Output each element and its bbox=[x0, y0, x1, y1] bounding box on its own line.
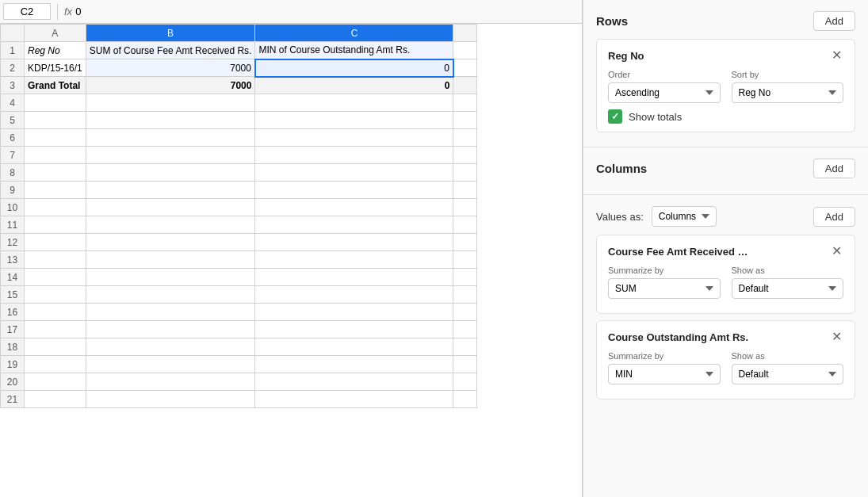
table-row: 21 bbox=[1, 391, 477, 408]
cell-extra-2 bbox=[453, 59, 477, 77]
cell-c1[interactable]: MIN of Course Outstanding Amt Rs. bbox=[255, 42, 453, 59]
table-row: 18 bbox=[1, 338, 477, 356]
rows-section-title: Rows bbox=[596, 14, 628, 28]
columns-section-header: Columns Add bbox=[596, 159, 855, 178]
grid-container[interactable]: A B C 1 Reg No SUM of Course Fee Amt Rec… bbox=[0, 24, 582, 497]
course-outstanding-show-as-select[interactable]: Default % of Grand Total bbox=[732, 364, 844, 384]
table-row: 14 bbox=[1, 269, 477, 286]
table-row: 13 bbox=[1, 251, 477, 269]
col-header-extra bbox=[453, 25, 477, 42]
rows-section: Rows Add Reg No ✕ Order Ascending Descen… bbox=[583, 0, 868, 147]
show-totals-checkbox[interactable] bbox=[608, 109, 622, 124]
formula-bar: C2 fx 0 bbox=[0, 0, 582, 24]
reg-no-card-title: Reg No bbox=[608, 50, 644, 62]
grand-total-row: 3 Grand Total 7000 0 bbox=[1, 77, 477, 94]
cell-ref-input[interactable]: C2 bbox=[3, 3, 51, 20]
course-fee-summarize-field: Summarize by SUM COUNT MIN MAX AVERAGE bbox=[608, 266, 721, 299]
course-fee-summarize-label: Summarize by bbox=[608, 266, 721, 275]
course-outstanding-show-as-label: Show as bbox=[732, 351, 844, 361]
row-num-2: 2 bbox=[1, 59, 25, 77]
rows-add-button[interactable]: Add bbox=[813, 11, 855, 31]
cell-a3[interactable]: Grand Total bbox=[25, 77, 86, 94]
sort-by-select[interactable]: Reg No bbox=[732, 82, 844, 103]
cell-c3[interactable]: 0 bbox=[255, 77, 453, 94]
spreadsheet-table: A B C 1 Reg No SUM of Course Fee Amt Rec… bbox=[0, 24, 477, 408]
col-header-c[interactable]: C bbox=[255, 25, 453, 42]
course-outstanding-summarize-field: Summarize by SUM COUNT MIN MAX AVERAGE bbox=[608, 351, 721, 384]
cell-b3[interactable]: 7000 bbox=[86, 77, 255, 94]
values-as-select[interactable]: Columns Rows bbox=[652, 206, 717, 227]
cell-a1[interactable]: Reg No bbox=[25, 42, 86, 59]
row-num-3: 3 bbox=[1, 77, 25, 94]
table-row: 15 bbox=[1, 286, 477, 304]
show-totals-label: Show totals bbox=[629, 111, 682, 123]
col-header-b[interactable]: B bbox=[86, 25, 255, 42]
table-row: 8 bbox=[1, 164, 477, 182]
reg-no-card: Reg No ✕ Order Ascending Descending Sort… bbox=[596, 39, 855, 132]
fx-label: fx bbox=[64, 6, 72, 17]
columns-section-title: Columns bbox=[596, 162, 647, 175]
course-fee-show-as-select[interactable]: Default % of Grand Total bbox=[732, 278, 844, 299]
cell-extra-3 bbox=[453, 77, 477, 94]
table-row: 12 bbox=[1, 234, 477, 251]
cell-c2[interactable]: 0 bbox=[255, 59, 453, 77]
course-fee-card-header: Course Fee Amt Received … ✕ bbox=[608, 245, 843, 258]
course-fee-close-icon[interactable]: ✕ bbox=[830, 245, 843, 258]
course-outstanding-summarize-label: Summarize by bbox=[608, 351, 721, 361]
table-row: 1 Reg No SUM of Course Fee Amt Received … bbox=[1, 42, 477, 59]
row-num-1: 1 bbox=[1, 42, 25, 59]
table-row: 20 bbox=[1, 373, 477, 391]
sort-by-label: Sort by bbox=[732, 70, 844, 79]
formula-input[interactable]: 0 bbox=[75, 6, 579, 17]
reg-no-close-icon[interactable]: ✕ bbox=[830, 49, 843, 62]
course-outstanding-card: Course Outstanding Amt Rs. ✕ Summarize b… bbox=[596, 320, 855, 400]
table-row: 4 bbox=[1, 94, 477, 112]
course-fee-show-as-field: Show as Default % of Grand Total bbox=[732, 266, 844, 299]
reg-no-card-header: Reg No ✕ bbox=[608, 49, 843, 62]
right-panel: Rows Add Reg No ✕ Order Ascending Descen… bbox=[583, 0, 868, 497]
values-section-header: Values as: Columns Rows Add bbox=[596, 206, 855, 227]
course-fee-summarize-select[interactable]: SUM COUNT MIN MAX AVERAGE bbox=[608, 278, 721, 299]
table-row: 17 bbox=[1, 321, 477, 338]
course-outstanding-show-as-field: Show as Default % of Grand Total bbox=[732, 351, 844, 384]
table-row: 9 bbox=[1, 182, 477, 199]
course-fee-card-title: Course Fee Amt Received … bbox=[608, 246, 748, 258]
course-fee-card: Course Fee Amt Received … ✕ Summarize by… bbox=[596, 235, 855, 314]
order-select[interactable]: Ascending Descending bbox=[608, 82, 721, 103]
course-outstanding-card-header: Course Outstanding Amt Rs. ✕ bbox=[608, 331, 843, 343]
cell-a2[interactable]: KDP/15-16/1 bbox=[25, 59, 86, 77]
cell-b2[interactable]: 7000 bbox=[86, 59, 255, 77]
table-row: 6 bbox=[1, 129, 477, 147]
table-row: 2 KDP/15-16/1 7000 0 bbox=[1, 59, 477, 77]
columns-add-button[interactable]: Add bbox=[813, 159, 855, 178]
table-row: 16 bbox=[1, 304, 477, 321]
columns-section: Columns Add bbox=[583, 147, 868, 195]
table-row: 5 bbox=[1, 112, 477, 129]
table-row: 11 bbox=[1, 216, 477, 234]
table-row: 10 bbox=[1, 199, 477, 216]
show-totals-row: Show totals bbox=[608, 109, 843, 124]
course-outstanding-close-icon[interactable]: ✕ bbox=[830, 331, 843, 343]
course-outstanding-summarize-select[interactable]: SUM COUNT MIN MAX AVERAGE bbox=[608, 364, 721, 384]
formula-bar-divider bbox=[57, 4, 58, 20]
table-row: 7 bbox=[1, 147, 477, 164]
course-fee-card-row: Summarize by SUM COUNT MIN MAX AVERAGE S… bbox=[608, 266, 843, 299]
grid-body: 1 Reg No SUM of Course Fee Amt Received … bbox=[1, 42, 477, 408]
table-row: 19 bbox=[1, 356, 477, 373]
corner-header bbox=[1, 25, 25, 42]
values-section: Values as: Columns Rows Add Course Fee A… bbox=[583, 195, 868, 414]
order-label: Order bbox=[608, 70, 721, 79]
cell-b1[interactable]: SUM of Course Fee Amt Received Rs. bbox=[86, 42, 255, 59]
cell-extra-1 bbox=[453, 42, 477, 59]
course-outstanding-card-row: Summarize by SUM COUNT MIN MAX AVERAGE S… bbox=[608, 351, 843, 384]
reg-no-card-row-1: Order Ascending Descending Sort by Reg N… bbox=[608, 70, 843, 103]
sort-by-field: Sort by Reg No bbox=[732, 70, 844, 103]
values-add-button[interactable]: Add bbox=[813, 207, 855, 227]
values-as-row: Values as: Columns Rows bbox=[596, 206, 717, 227]
order-field: Order Ascending Descending bbox=[608, 70, 721, 103]
spreadsheet-area: C2 fx 0 A B C 1 Reg No SUM of Cou bbox=[0, 0, 583, 497]
course-outstanding-card-title: Course Outstanding Amt Rs. bbox=[608, 331, 748, 343]
values-as-label: Values as: bbox=[596, 211, 644, 223]
col-header-a[interactable]: A bbox=[25, 25, 86, 42]
rows-section-header: Rows Add bbox=[596, 11, 855, 31]
